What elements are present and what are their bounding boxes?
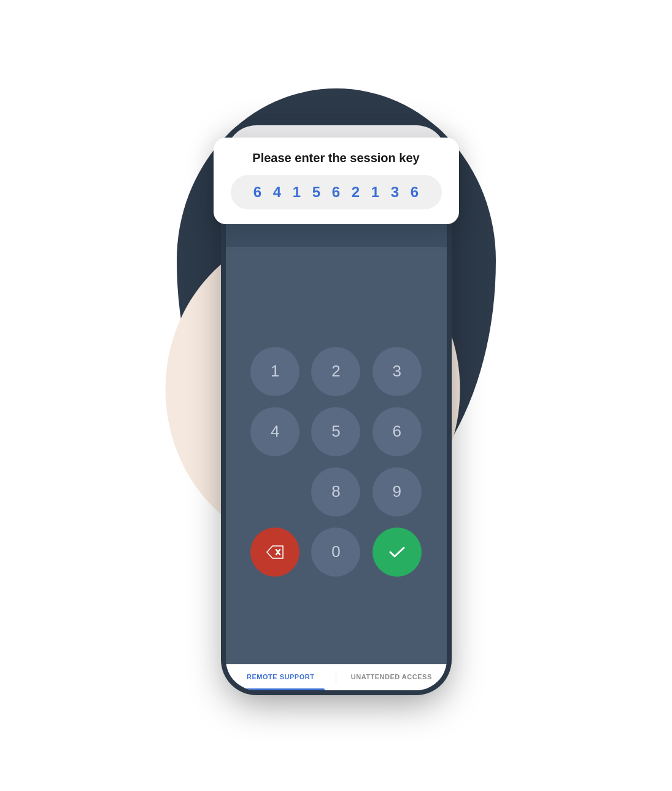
tab-unattended-access[interactable]: UNATTENDED ACCESS (336, 664, 447, 690)
digit-7: 3 (390, 184, 401, 201)
phone-body: 1 2 3 4 5 6 8 9 0 (226, 247, 447, 664)
backspace-icon (266, 545, 284, 559)
key-0[interactable]: 0 (311, 528, 360, 577)
key-4[interactable]: 4 (250, 407, 299, 456)
digit-2: 1 (292, 184, 303, 201)
key-3[interactable]: 3 (373, 347, 422, 396)
digit-4: 6 (331, 184, 342, 201)
key-9[interactable]: 9 (373, 467, 422, 516)
tab-remote-support[interactable]: REMOTE SUPPORT (226, 664, 336, 690)
key-6[interactable]: 6 (373, 407, 422, 456)
digit-0: 6 (252, 184, 263, 201)
digit-5: 2 (350, 184, 361, 201)
digit-3: 5 (311, 184, 322, 201)
scene: Please enter the session key 6 4 1 5 6 2… (122, 58, 551, 733)
keypad-grid: 1 2 3 4 5 6 8 9 0 (238, 259, 434, 664)
tab-bar: REMOTE SUPPORT UNATTENDED ACCESS (226, 664, 447, 690)
key-2[interactable]: 2 (311, 347, 360, 396)
confirm-button[interactable] (373, 528, 422, 577)
key-1[interactable]: 1 (250, 347, 299, 396)
key-5[interactable]: 5 (311, 407, 360, 456)
delete-button[interactable] (250, 528, 299, 577)
digit-1: 4 (272, 184, 283, 201)
session-key-card: Please enter the session key 6 4 1 5 6 2… (214, 138, 459, 224)
digit-8: 6 (409, 184, 420, 201)
session-key-title: Please enter the session key (231, 151, 442, 165)
session-key-display: 6 4 1 5 6 2 1 3 6 (231, 175, 442, 209)
key-8[interactable]: 8 (311, 467, 360, 516)
checkmark-icon (388, 545, 406, 559)
digit-6: 1 (370, 184, 381, 201)
